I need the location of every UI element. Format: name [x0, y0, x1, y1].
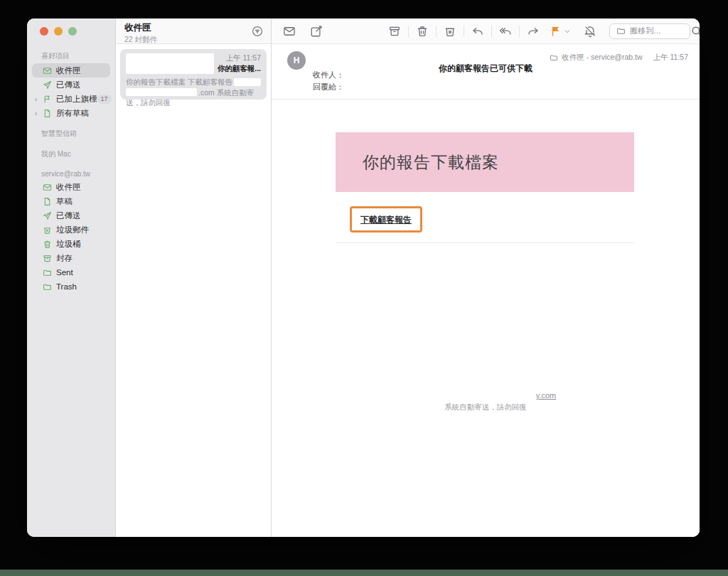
- to-label: 收件人：: [313, 70, 344, 80]
- sidebar-section-favorites: 喜好項目: [27, 43, 115, 63]
- delete-icon[interactable]: [416, 25, 429, 38]
- reply-to-label: 回覆給：: [313, 82, 344, 92]
- sidebar-item-label: Sent: [56, 268, 73, 277]
- flagged-count-badge: 17: [97, 95, 112, 104]
- mailbox-title: 收件匣: [124, 22, 264, 34]
- forward-icon[interactable]: [527, 25, 540, 38]
- mailbox-account-label: 收件匣 - service@rab.tw: [562, 53, 642, 63]
- sidebar-item-sent-favorite[interactable]: 已傳送: [32, 78, 110, 92]
- sidebar-item-label: 收件匣: [56, 182, 81, 193]
- sidebar-item-label: 已加上旗標: [56, 94, 97, 105]
- reply-icon[interactable]: [471, 25, 484, 38]
- email-content-card: 你的報告下載檔案 下載顧客報告: [336, 132, 634, 243]
- message-list-item[interactable]: 上午 11:57 你的顧客報... 你的報告下載檔案 下載顧客報告 .com 系…: [120, 49, 267, 100]
- sidebar-item-label: Trash: [56, 282, 77, 291]
- message-received-time: 上午 11:57: [653, 53, 688, 63]
- move-to-label: 搬移到…: [630, 26, 661, 36]
- sidebar-section-my-mac: 我的 Mac: [27, 141, 115, 161]
- archive-icon[interactable]: [388, 25, 401, 38]
- paperplane-icon: [43, 80, 52, 90]
- document-icon: [43, 109, 52, 118]
- annotation-highlight-box: 下載顧客報告: [350, 206, 422, 233]
- window-controls: [27, 27, 115, 43]
- sidebar-item-inbox-favorite[interactable]: 收件匣: [32, 63, 110, 78]
- trash-icon: [43, 240, 52, 249]
- document-icon: [43, 197, 52, 206]
- sidebar-item-all-drafts[interactable]: › 所有草稿: [32, 106, 110, 120]
- junk-bin-icon: [43, 225, 52, 235]
- inbox-icon: [43, 66, 52, 75]
- sidebar-item-trash-folder[interactable]: Trash: [32, 279, 110, 294]
- flag-button-group: [550, 25, 571, 38]
- mute-bell-icon[interactable]: [584, 25, 596, 38]
- sidebar-item-flagged[interactable]: › 已加上旗標 17: [32, 92, 110, 106]
- inbox-icon: [43, 183, 52, 192]
- move-to-field[interactable]: 搬移到…: [609, 23, 690, 39]
- reply-all-icon[interactable]: [499, 25, 512, 38]
- message-body: 你的報告下載檔案 下載顧客報告 y.com 系統自動寄送，請勿回復: [272, 100, 700, 537]
- sidebar-item-label: 已傳送: [56, 80, 81, 90]
- flag-icon[interactable]: [550, 25, 562, 38]
- email-footer: y.com 系統自動寄送，請勿回復: [272, 391, 700, 412]
- zoom-window-button[interactable]: [68, 27, 77, 36]
- filter-icon[interactable]: [251, 25, 264, 38]
- sidebar-item-account-inbox[interactable]: 收件匣: [32, 180, 110, 194]
- message-preview: 你的報告下載檔案 下載顧客報告 .com 系統自動寄 送，請勿回復: [126, 77, 261, 108]
- disclosure-chevron[interactable]: ›: [35, 110, 43, 117]
- sidebar-section-smart-mailboxes: 智慧型信箱: [27, 120, 115, 141]
- minimize-window-button[interactable]: [54, 27, 63, 36]
- mailbox-count: 22 封郵件: [124, 35, 264, 45]
- sidebar-item-label: 收件匣: [56, 65, 81, 76]
- sidebar-item-junk[interactable]: 垃圾郵件: [32, 223, 110, 237]
- sidebar-item-label: 已傳送: [56, 210, 81, 221]
- footer-link[interactable]: y.com: [536, 391, 557, 400]
- flag-icon: [43, 95, 52, 104]
- paperplane-icon: [43, 211, 52, 220]
- get-mail-icon[interactable]: [283, 25, 296, 38]
- sidebar-item-label: 垃圾郵件: [56, 225, 89, 235]
- message-subject-preview: 你的顧客報...: [218, 64, 261, 74]
- sidebar-item-label: 封存: [56, 253, 73, 264]
- mailbox-folder-icon: [550, 53, 558, 62]
- download-report-link[interactable]: 下載顧客報告: [360, 215, 412, 225]
- email-banner: 你的報告下載檔案: [336, 132, 634, 192]
- email-card-body: 下載顧客報告: [336, 192, 634, 243]
- search-icon[interactable]: [690, 25, 700, 38]
- message-time: 上午 11:57: [226, 53, 261, 63]
- sidebar-item-sent[interactable]: 已傳送: [32, 208, 110, 223]
- footer-note: 系統自動寄送，請勿回復: [272, 402, 700, 412]
- folder-icon: [43, 282, 52, 292]
- sidebar: 喜好項目 收件匣 已傳送 › 已加上旗標 17 ›: [27, 18, 116, 537]
- sidebar-section-account: service@rab.tw: [27, 161, 115, 180]
- message-list-header: 收件匣 22 封郵件: [116, 18, 271, 44]
- message-meta: 收件匣 - service@rab.tw 上午 11:57: [550, 53, 688, 63]
- sidebar-item-archive[interactable]: 封存: [32, 251, 110, 265]
- folder-icon: [43, 268, 52, 277]
- sidebar-item-drafts[interactable]: 草稿: [32, 194, 110, 208]
- message-header: H 你的顧客報告已可供下載 收件人： 回覆給： 收件匣 - service@ra…: [272, 44, 700, 100]
- junk-icon[interactable]: [444, 25, 456, 38]
- close-window-button[interactable]: [40, 27, 48, 36]
- sidebar-item-label: 垃圾桶: [56, 239, 81, 250]
- disclosure-chevron[interactable]: ›: [35, 95, 43, 103]
- chevron-down-icon[interactable]: [564, 28, 571, 35]
- message-list: 上午 11:57 你的顧客報... 你的報告下載檔案 下載顧客報告 .com 系…: [116, 44, 271, 105]
- compose-icon[interactable]: [310, 25, 323, 38]
- sidebar-item-sent-folder[interactable]: Sent: [32, 265, 110, 279]
- message-view-pane: 搬移到… H 你的顧客報告已可供下載 收件人： 回覆給： 收件匣 - servi…: [272, 18, 700, 537]
- sidebar-item-label: 草稿: [56, 196, 73, 207]
- sidebar-item-trash[interactable]: 垃圾桶: [32, 237, 110, 251]
- toolbar: 搬移到…: [272, 18, 700, 44]
- desktop-edge: [0, 570, 728, 576]
- redaction: [415, 392, 536, 400]
- email-banner-title: 你的報告下載檔案: [363, 151, 499, 174]
- mail-window: 喜好項目 收件匣 已傳送 › 已加上旗標 17 ›: [27, 18, 700, 537]
- message-list-pane: 收件匣 22 封郵件 上午 11:57 你的顧客報... 你的報告下載檔案 下載…: [116, 18, 272, 537]
- redaction: [126, 88, 197, 96]
- sidebar-item-label: 所有草稿: [56, 108, 89, 119]
- folder-icon: [616, 26, 626, 36]
- redaction: [126, 53, 214, 74]
- redaction: [234, 78, 261, 86]
- archive-box-icon: [43, 254, 52, 263]
